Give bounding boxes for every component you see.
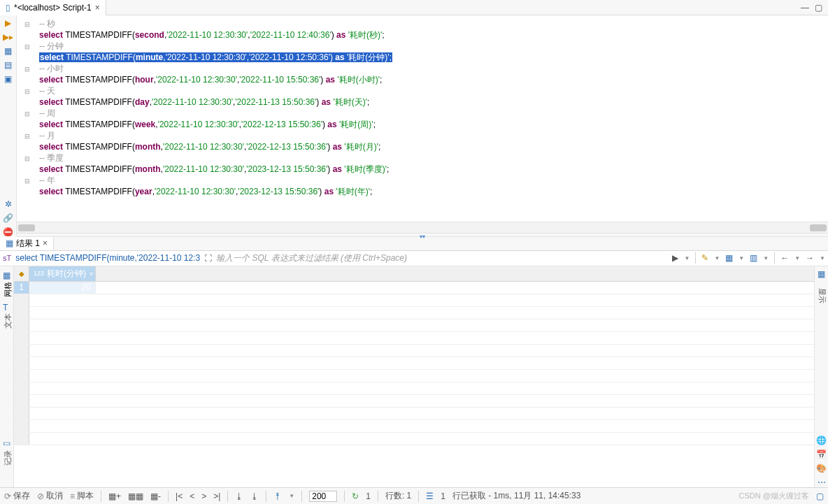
sql-editor[interactable]: ⊟⊟⊟⊟⊟⊟⊟⊟ -- 秒select TIMESTAMPDIFF(second… bbox=[17, 15, 828, 222]
grid-corner[interactable]: ◆ bbox=[14, 266, 29, 281]
editor-tab-title: *<localhost> Script-1 bbox=[14, 3, 92, 13]
text-mode-icon[interactable]: T bbox=[3, 303, 8, 312]
maximize-result-icon[interactable]: ▢ bbox=[816, 491, 824, 501]
save-icon: ⟳ bbox=[4, 491, 11, 501]
maximize-icon[interactable]: ▢ bbox=[815, 3, 822, 13]
grid-mode-label[interactable]: 网格 bbox=[3, 281, 13, 296]
save-button[interactable]: ⟳保存 bbox=[4, 490, 30, 502]
close-icon[interactable]: × bbox=[43, 238, 48, 248]
dropdown-icon[interactable]: ▼ bbox=[738, 255, 744, 261]
executed-sql[interactable]: select TIMESTAMPDIFF(minute,'2022-11-10 … bbox=[15, 253, 200, 263]
dropdown-icon[interactable]: ▼ bbox=[794, 255, 800, 261]
last-page-icon[interactable]: >| bbox=[213, 491, 220, 501]
results-tab-bar: ▦ 结果 1 × bbox=[0, 237, 828, 251]
row-number[interactable]: 1 bbox=[14, 282, 29, 294]
text-mode-label[interactable]: 文本 bbox=[3, 312, 13, 328]
forward-icon[interactable]: → bbox=[806, 253, 814, 263]
results-area: ▦ 网格 T 文本 ▭ 记录 ◆ 123 耗时(分钟) ▿ 1 20 ▦ 显示 … bbox=[0, 266, 828, 488]
split-handle[interactable]: ▾▾ bbox=[17, 233, 828, 237]
refresh-icon[interactable]: ↻ bbox=[352, 491, 359, 501]
cancel-button[interactable]: ⊘取消 bbox=[37, 490, 63, 502]
editor-left-toolbar: ▶ ▶▸ ▦ ▤ ▣ ✲ 🔗 ⛔ bbox=[0, 15, 17, 237]
cancel-icon: ⊘ bbox=[37, 491, 44, 501]
explain-icon[interactable]: ▦ bbox=[4, 46, 12, 56]
panel-view-icon[interactable]: ▦ bbox=[818, 269, 825, 279]
dropdown-icon[interactable]: ▼ bbox=[289, 493, 294, 499]
editor-tab-bar: ▯ *<localhost> Script-1 × — ▢ bbox=[0, 0, 828, 15]
fetch-size-input[interactable] bbox=[309, 491, 337, 502]
grid-header-row: ◆ 123 耗时(分钟) ▿ bbox=[14, 266, 814, 282]
import-icon[interactable]: ⭳ bbox=[235, 491, 243, 501]
dropdown-icon[interactable]: ▼ bbox=[714, 255, 720, 261]
results-filter-row: sT select TIMESTAMPDIFF(minute,'2022-11-… bbox=[0, 251, 828, 266]
script-icon: ≡ bbox=[70, 491, 75, 501]
results-tab-label: 结果 1 bbox=[16, 238, 40, 250]
record-mode-label[interactable]: 记录 bbox=[3, 450, 13, 466]
refresh-icon[interactable]: ▦ bbox=[725, 253, 733, 263]
run-script-icon[interactable]: ▶▸ bbox=[3, 32, 13, 42]
panel-label[interactable]: 显示 bbox=[816, 287, 827, 303]
export-icon[interactable]: ⭱ bbox=[273, 491, 282, 501]
grid-mode-icon[interactable]: ▦ bbox=[3, 271, 10, 280]
first-page-icon[interactable]: |< bbox=[176, 491, 183, 501]
sql-file-icon: ▯ bbox=[6, 3, 10, 13]
grid-icon: ▦ bbox=[6, 238, 13, 248]
import2-icon[interactable]: ⭳ bbox=[250, 491, 259, 501]
editor-tab[interactable]: ▯ *<localhost> Script-1 × bbox=[0, 0, 106, 15]
editor-area: ⊟⊟⊟⊟⊟⊟⊟⊟ -- 秒select TIMESTAMPDIFF(second… bbox=[17, 15, 828, 237]
column-type-badge: 123 bbox=[34, 270, 44, 277]
script-button[interactable]: ≡脚本 bbox=[70, 490, 94, 502]
results-toolbar: ▶ ▼ ✎ ▼ ▦ ▼ ▥ ▼ ← ▼ → ▼ bbox=[672, 252, 825, 264]
results-right-sidebar: ▦ 显示 🌐 📅 🎨 ⋯ bbox=[814, 266, 828, 488]
table-row[interactable]: 1 20 bbox=[14, 282, 814, 294]
dup-row-icon[interactable]: ▦▦ bbox=[128, 491, 143, 501]
minimize-icon[interactable]: — bbox=[801, 3, 809, 13]
apply-filter-icon[interactable]: ✎ bbox=[701, 253, 708, 263]
next-page-icon[interactable]: > bbox=[201, 491, 206, 501]
prev-query-icon[interactable]: ▶ bbox=[672, 253, 678, 263]
prev-page-icon[interactable]: < bbox=[190, 491, 194, 501]
dropdown-icon[interactable]: ▼ bbox=[763, 255, 769, 261]
globe-icon[interactable]: 🌐 bbox=[816, 435, 827, 445]
panel-icon[interactable]: ▥ bbox=[750, 253, 757, 263]
editor-gutter: ⊟⊟⊟⊟⊟⊟⊟⊟ bbox=[17, 15, 38, 222]
row-selection: 1 bbox=[441, 491, 445, 501]
filter-input[interactable]: 输入一个 SQL 表达式来过滤结果 (使用 Ctrl+Space) bbox=[216, 252, 668, 264]
status-bar: ⟳保存 ⊘取消 ≡脚本 ▦+ ▦▦ ▦- |< < > >| ⭳ ⭳ ⭱ ▼ ↻… bbox=[0, 487, 828, 504]
colorize-icon[interactable]: 🎨 bbox=[816, 463, 827, 473]
results-left-sidebar: ▦ 网格 T 文本 ▭ 记录 bbox=[0, 266, 14, 488]
h-scrollbar[interactable] bbox=[17, 222, 828, 233]
grid-body[interactable]: 1 20 bbox=[14, 282, 814, 488]
back-icon[interactable]: ← bbox=[780, 253, 789, 263]
calendar-icon[interactable]: 📅 bbox=[816, 449, 827, 459]
results-grid: ◆ 123 耗时(分钟) ▿ 1 20 bbox=[14, 266, 814, 488]
refresh-count: 1 bbox=[366, 491, 371, 501]
settings-icon[interactable]: ✲ bbox=[5, 199, 12, 209]
row-count: 行数: 1 bbox=[385, 490, 411, 502]
record-mode-icon[interactable]: ▭ bbox=[3, 438, 10, 448]
add-row-icon[interactable]: ▦+ bbox=[108, 491, 121, 501]
dropdown-icon[interactable]: ▼ bbox=[684, 255, 690, 261]
disconnect-icon[interactable]: ⛔ bbox=[3, 227, 13, 237]
link-icon[interactable]: 🔗 bbox=[3, 213, 13, 223]
del-row-icon[interactable]: ▦- bbox=[150, 491, 161, 501]
window-controls: — ▢ bbox=[801, 3, 828, 13]
run-icon[interactable]: ▶ bbox=[5, 18, 11, 28]
plan-icon[interactable]: ▤ bbox=[4, 60, 12, 70]
statement-icon: sT bbox=[3, 254, 11, 262]
expand-icon[interactable]: ⛶ bbox=[204, 254, 212, 262]
column-filter-icon[interactable]: ▿ bbox=[90, 270, 93, 278]
terminal-icon[interactable]: ▣ bbox=[4, 74, 12, 84]
dropdown-icon[interactable]: ▼ bbox=[820, 255, 825, 261]
results-tab[interactable]: ▦ 结果 1 × bbox=[0, 236, 54, 250]
column-name: 耗时(分钟) bbox=[47, 268, 86, 280]
close-icon[interactable]: × bbox=[95, 3, 100, 13]
editor-code[interactable]: -- 秒select TIMESTAMPDIFF(second,'2022-11… bbox=[38, 15, 828, 222]
column-header[interactable]: 123 耗时(分钟) ▿ bbox=[29, 266, 96, 281]
selection-icon: ☰ bbox=[426, 491, 434, 501]
status-text: 行已获取 - 1ms, 11月 11, 14:45:33 bbox=[452, 490, 580, 502]
more-icon[interactable]: ⋯ bbox=[818, 477, 826, 487]
watermark: CSDN @烟火缠过客 bbox=[739, 491, 809, 501]
cell-value[interactable]: 20 bbox=[29, 282, 96, 294]
